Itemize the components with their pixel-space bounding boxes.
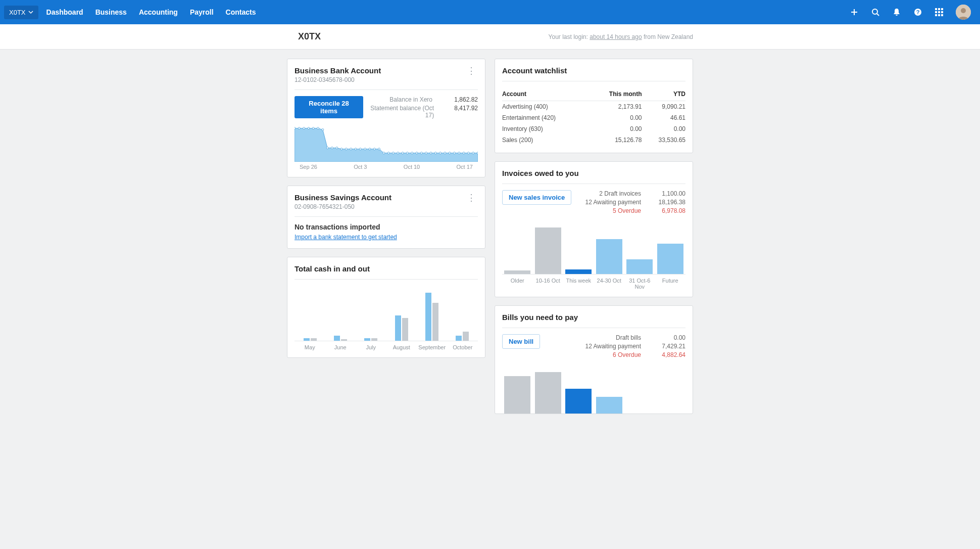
last-login-suffix: from New Zealand — [642, 33, 693, 40]
avatar[interactable] — [956, 5, 971, 20]
divider — [502, 328, 685, 328]
bar — [334, 336, 340, 341]
table-row[interactable]: Sales (200)15,126.7833,530.65 — [502, 134, 685, 146]
svg-point-22 — [373, 148, 375, 150]
new-sales-invoice-button[interactable]: New sales invoice — [502, 190, 571, 205]
chevron-down-icon — [28, 10, 33, 15]
table-row[interactable]: Entertainment (420)0.0046.61 — [502, 112, 685, 123]
svg-point-33 — [425, 152, 427, 154]
x-label: July — [356, 344, 386, 350]
bar — [596, 239, 622, 274]
no-transactions-text: No transactions imported — [295, 223, 478, 231]
page-title: X0TX — [298, 31, 321, 42]
nav-dashboard[interactable]: Dashboard — [46, 8, 83, 16]
stat-value: 1,100.00 — [650, 190, 685, 197]
x-label: 31 Oct-6 Nov — [624, 278, 655, 290]
svg-point-35 — [434, 152, 436, 154]
cashflow-chart — [295, 286, 478, 341]
cell-ytd: 9,090.21 — [642, 101, 685, 113]
cashflow-labels: May June July August September October — [295, 344, 478, 350]
import-statement-link[interactable]: Import a bank statement to get started — [295, 234, 397, 241]
stat-label: 6 Overdue — [613, 351, 641, 358]
x-label: Future — [655, 278, 686, 290]
help-icon[interactable]: ? — [913, 8, 922, 17]
x-label: Oct 10 — [404, 164, 420, 170]
stat-row[interactable]: 6 Overdue4,882.64 — [585, 351, 685, 358]
col-account: Account — [502, 87, 589, 101]
cashflow-title: Total cash in and out — [295, 264, 478, 273]
bill-stats: Draft bills0.0012 Awaiting payment7,429.… — [585, 334, 685, 360]
bar — [626, 259, 653, 274]
nav-business[interactable]: Business — [95, 8, 127, 16]
watchlist-table: Account This month YTD Advertising (400)… — [502, 87, 685, 146]
cell-month: 0.00 — [589, 112, 642, 123]
subheader: X0TX Your last login: about 14 hours ago… — [0, 24, 980, 50]
bar-group — [357, 338, 384, 341]
bank-account-title: Business Bank Account — [295, 66, 381, 75]
kebab-icon[interactable]: ⋮ — [465, 66, 478, 75]
reconcile-button[interactable]: Reconcile 28 items — [295, 96, 363, 118]
x-label: Sep 26 — [300, 164, 317, 170]
right-column: Account watchlist Account This month YTD… — [495, 59, 693, 414]
svg-text:?: ? — [916, 9, 920, 15]
stat-row[interactable]: 5 Overdue6,978.08 — [585, 207, 685, 214]
svg-point-14 — [336, 147, 338, 149]
table-row[interactable]: Advertising (400)2,173.919,090.21 — [502, 101, 685, 113]
svg-point-12 — [326, 147, 328, 149]
bills-title: Bills you need to pay — [502, 313, 685, 322]
svg-point-17 — [350, 148, 352, 150]
svg-point-23 — [378, 148, 380, 150]
bell-icon[interactable] — [892, 8, 901, 17]
stat-row[interactable]: 2 Draft invoices1,100.00 — [585, 190, 685, 197]
kebab-icon[interactable]: ⋮ — [465, 193, 478, 202]
bar — [395, 315, 401, 341]
stat-label: Draft bills — [616, 334, 641, 341]
bar — [402, 318, 408, 341]
svg-point-25 — [387, 152, 389, 154]
x-label: May — [295, 344, 325, 350]
col-ytd: YTD — [642, 87, 685, 101]
stat-label: 2 Draft invoices — [599, 190, 641, 197]
x-label: Oct 3 — [354, 164, 367, 170]
savings-account-title: Business Savings Account — [295, 193, 391, 202]
bar-group — [388, 315, 415, 341]
stat-row[interactable]: Draft bills0.00 — [585, 334, 685, 341]
balances: Balance in Xero 1,862.82 Statement balan… — [363, 96, 478, 120]
new-bill-button[interactable]: New bill — [502, 334, 540, 349]
search-icon[interactable] — [871, 8, 880, 17]
stat-value: 4,882.64 — [650, 351, 685, 358]
last-login-link[interactable]: about 14 hours ago — [590, 33, 642, 40]
watchlist-title: Account watchlist — [502, 66, 685, 75]
stat-value: 0.00 — [650, 334, 685, 341]
x-label: 10-16 Oct — [533, 278, 564, 290]
bank-account-number: 12-0102-0345678-000 — [295, 76, 381, 83]
bar-group — [297, 338, 324, 341]
stat-row[interactable]: 12 Awaiting payment7,429.21 — [585, 343, 685, 350]
svg-point-8 — [308, 127, 310, 129]
apps-icon[interactable] — [935, 8, 944, 17]
bar — [657, 244, 683, 274]
svg-point-39 — [454, 152, 456, 154]
dashboard-content: Business Bank Account 12-0102-0345678-00… — [283, 59, 697, 434]
svg-point-18 — [355, 148, 357, 150]
nav-contacts[interactable]: Contacts — [226, 8, 256, 16]
org-selector[interactable]: X0TX — [4, 6, 38, 19]
table-row[interactable]: Inventory (630)0.000.00 — [502, 123, 685, 134]
svg-point-21 — [369, 148, 371, 150]
bar — [425, 293, 431, 341]
invoices-chart — [502, 224, 685, 274]
divider — [295, 216, 478, 217]
svg-point-5 — [295, 127, 296, 129]
nav-payroll[interactable]: Payroll — [190, 8, 214, 16]
nav-accounting[interactable]: Accounting — [139, 8, 178, 16]
col-month: This month — [589, 87, 642, 101]
x-label: 24-30 Oct — [594, 278, 625, 290]
x-label: June — [325, 344, 356, 350]
topbar-right: ? — [850, 5, 976, 20]
x-label: September — [417, 344, 448, 350]
stat-row[interactable]: 12 Awaiting payment18,196.38 — [585, 199, 685, 206]
stat-label: 12 Awaiting payment — [585, 199, 641, 206]
plus-icon[interactable] — [850, 8, 859, 17]
bar — [535, 227, 561, 274]
cell-name: Inventory (630) — [502, 123, 589, 134]
